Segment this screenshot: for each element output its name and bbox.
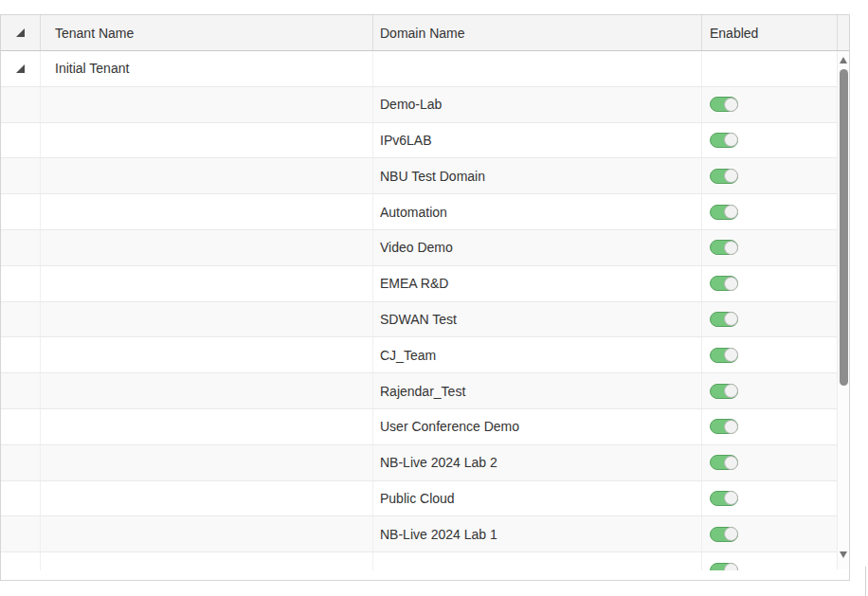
enabled-toggle[interactable] — [710, 312, 738, 327]
header-scroll-corner — [837, 15, 849, 50]
domain-expand-cell — [1, 230, 41, 265]
domain-expand-cell — [1, 266, 41, 301]
toggle-knob-icon — [724, 348, 738, 362]
enabled-toggle[interactable] — [710, 491, 738, 506]
domain-name-cell: NB-Live 2024 Lab 1 — [373, 516, 702, 551]
enabled-toggle[interactable] — [710, 455, 738, 470]
domain-expand-cell — [1, 552, 41, 570]
enabled-toggle[interactable] — [710, 384, 738, 399]
domain-name-cell: Video Demo — [373, 230, 702, 265]
domain-row[interactable]: Demo-Lab — [1, 87, 837, 123]
domain-row[interactable]: IPv6LAB — [1, 123, 837, 159]
enabled-toggle[interactable] — [710, 419, 738, 434]
domain-enabled-cell — [702, 194, 837, 229]
expand-all-icon[interactable] — [16, 28, 25, 37]
toggle-knob-icon — [724, 98, 738, 112]
domain-tenant-cell — [41, 481, 373, 516]
domain-expand-cell — [1, 409, 41, 444]
header-enabled-label: Enabled — [710, 26, 758, 41]
scrollbar-thumb[interactable] — [840, 69, 848, 386]
domain-tenant-cell — [41, 302, 373, 337]
domain-name-label: NBU Test Domain — [380, 169, 485, 184]
domain-row[interactable]: NB-Live 2024 Lab 1 — [1, 516, 837, 552]
header-expand-all-cell[interactable] — [1, 15, 41, 50]
domain-expand-cell — [1, 158, 41, 193]
domain-row[interactable]: Public Cloud — [1, 481, 837, 517]
tenant-row[interactable]: Initial Tenant — [1, 51, 837, 87]
domain-row[interactable]: EMEA R&D — [1, 266, 837, 302]
tenant-name-label: Initial Tenant — [55, 61, 129, 76]
domain-row[interactable]: Video Demo — [1, 230, 837, 266]
domain-name-cell: Demo-Lab — [373, 87, 702, 122]
domain-enabled-cell — [702, 481, 837, 516]
domain-name-label: NB-Live 2024 Lab 1 — [380, 527, 497, 542]
tenant-expanded-icon[interactable] — [16, 64, 25, 73]
domain-enabled-cell — [702, 373, 837, 408]
toggle-knob-icon — [724, 205, 738, 219]
domain-expand-cell — [1, 516, 41, 551]
enabled-toggle[interactable] — [710, 169, 738, 184]
vertical-scrollbar[interactable] — [837, 51, 849, 569]
domain-tenant-cell — [41, 266, 373, 301]
domain-enabled-cell — [702, 337, 837, 372]
domain-expand-cell — [1, 481, 41, 516]
domain-name-cell: Rajendar_Test — [373, 373, 702, 408]
domain-enabled-cell — [702, 552, 837, 570]
enabled-toggle[interactable] — [710, 276, 738, 291]
page-edge-divider — [865, 567, 866, 596]
domain-tenant-cell — [41, 158, 373, 193]
enabled-toggle[interactable] — [710, 205, 738, 220]
domain-name-label: Rajendar_Test — [380, 384, 465, 399]
domain-tenant-cell — [41, 409, 373, 444]
domain-enabled-cell — [702, 266, 837, 301]
domain-tenant-cell — [41, 373, 373, 408]
tenant-domain-cell — [373, 51, 702, 86]
domain-expand-cell — [1, 302, 41, 337]
header-tenant-name[interactable]: Tenant Name — [41, 15, 373, 50]
header-enabled[interactable]: Enabled — [702, 15, 837, 50]
tenant-expand-cell[interactable] — [1, 51, 41, 86]
domain-expand-cell — [1, 337, 41, 372]
domain-enabled-cell — [702, 516, 837, 551]
toggle-knob-icon — [724, 312, 738, 326]
domain-name-cell: Automation — [373, 194, 702, 229]
domain-name-label: EMEA R&D — [380, 276, 448, 291]
domain-enabled-cell — [702, 409, 837, 444]
header-domain-name[interactable]: Domain Name — [373, 15, 702, 50]
domain-expand-cell — [1, 194, 41, 229]
tenant-enabled-cell — [702, 51, 837, 86]
toggle-knob-icon — [724, 491, 738, 505]
enabled-toggle[interactable] — [710, 563, 738, 570]
domain-row[interactable] — [1, 552, 837, 570]
toggle-knob-icon — [724, 527, 738, 541]
domain-expand-cell — [1, 123, 41, 158]
domain-row[interactable]: CJ_Team — [1, 337, 837, 373]
domain-name-label: Demo-Lab — [380, 97, 442, 112]
domain-row[interactable]: Automation — [1, 194, 837, 230]
header-domain-name-label: Domain Name — [380, 26, 464, 41]
domain-name-cell: EMEA R&D — [373, 266, 702, 301]
domain-enabled-cell — [702, 123, 837, 158]
scroll-down-arrow-icon[interactable] — [840, 551, 847, 558]
toggle-knob-icon — [724, 169, 738, 183]
domain-name-label: SDWAN Test — [380, 312, 457, 327]
domain-row[interactable]: Rajendar_Test — [1, 373, 837, 409]
domain-row[interactable]: User Conference Demo — [1, 409, 837, 445]
domain-name-label: CJ_Team — [380, 348, 436, 363]
domain-enabled-cell — [702, 87, 837, 122]
domain-row[interactable]: SDWAN Test — [1, 302, 837, 338]
enabled-toggle[interactable] — [710, 348, 738, 363]
domain-tenant-cell — [41, 230, 373, 265]
toggle-knob-icon — [724, 456, 738, 470]
enabled-toggle[interactable] — [710, 527, 738, 542]
domain-row[interactable]: NBU Test Domain — [1, 158, 837, 194]
enabled-toggle[interactable] — [710, 97, 738, 112]
enabled-toggle[interactable] — [710, 133, 738, 148]
domain-name-cell: NB-Live 2024 Lab 2 — [373, 445, 702, 480]
treegrid-rows: Initial Tenant Demo-Lab — [1, 51, 837, 570]
domain-row[interactable]: NB-Live 2024 Lab 2 — [1, 445, 837, 481]
domain-expand-cell — [1, 445, 41, 480]
toggle-knob-icon — [724, 241, 738, 255]
scroll-up-arrow-icon[interactable] — [840, 57, 847, 63]
enabled-toggle[interactable] — [710, 240, 738, 255]
